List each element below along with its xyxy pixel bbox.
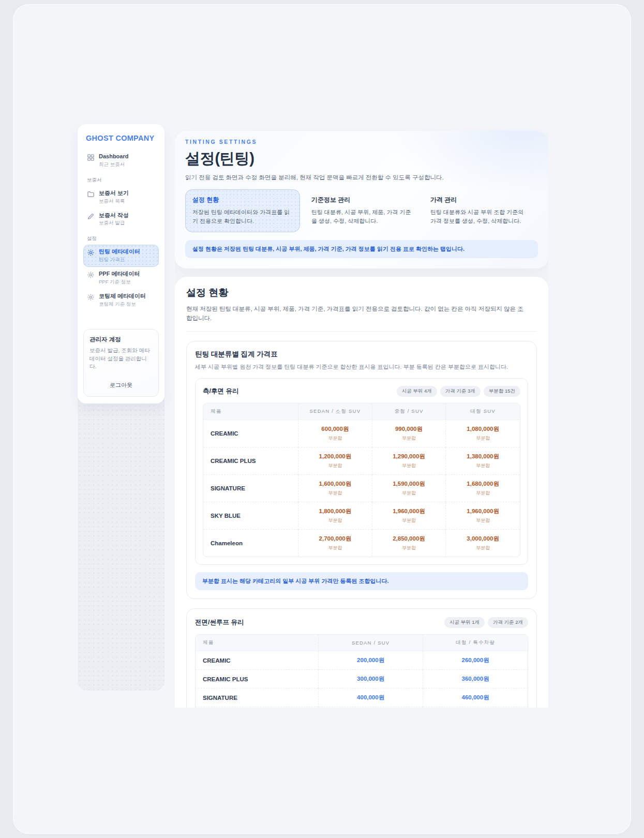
price-cell: 990,000원부분합 bbox=[372, 420, 446, 447]
count-badge: 시공 부위 1개 bbox=[444, 617, 485, 628]
nav-item-text: PPF 메타데이터PPF 기준 정보 bbox=[99, 271, 140, 286]
sidebar-item-coating-metadata[interactable]: 코팅제 메타데이터코팅제 기준 정보 bbox=[83, 289, 159, 311]
price-cell: 260,000원 bbox=[423, 651, 528, 670]
table-row: CREAMIC200,000원260,000원 bbox=[196, 651, 528, 670]
admin-account-box: 관리자 계정 보증서 발급, 조회와 메타데이터 설정을 관리합니다. 로그아웃 bbox=[83, 329, 159, 397]
price-value: 1,080,000원 bbox=[450, 425, 516, 433]
price-cell: 600,000원부분합 bbox=[298, 420, 372, 447]
tab-title: 설정 현황 bbox=[192, 196, 293, 204]
table-row: SKY BLUE1,800,000원부분합1,960,000원부분합1,960,… bbox=[203, 502, 520, 530]
page-subtitle: 읽기 전용 검토 화면과 수정 화면을 분리해, 현재 작업 문맥을 빠르게 전… bbox=[185, 174, 538, 182]
price-cell: 460,000원 bbox=[423, 689, 528, 707]
price-cell: 360,000원 bbox=[423, 670, 528, 689]
price-value: 300,000원 bbox=[323, 675, 418, 683]
count-badge: 가격 기준 3개 bbox=[440, 386, 481, 397]
table-badges: 시공 부위 1개가격 기준 2개 bbox=[444, 617, 528, 628]
table-card-header: 측/후면 유리시공 부위 4개가격 기준 3개부분합 15건 bbox=[203, 386, 520, 397]
page-eyebrow: TINTING SETTINGS bbox=[185, 139, 538, 145]
nav-item-text: 보증서 작성보증서 발급 bbox=[99, 212, 129, 227]
price-value: 600,000원 bbox=[303, 425, 368, 433]
table-row: SIGNATURE1,600,000원부분합1,590,000원부분합1,680… bbox=[203, 475, 520, 502]
product-name-cell: Chameleon bbox=[203, 530, 298, 557]
sidebar-item-dashboard[interactable]: Dashboard최근 보증서 bbox=[83, 149, 159, 172]
count-badge: 시공 부위 4개 bbox=[397, 386, 437, 397]
header-info-banner: 설정 현황은 저장된 틴팅 대분류, 시공 부위, 제품, 가격 기준, 가격 … bbox=[185, 240, 538, 258]
tab-description: 저장된 틴팅 메타데이터와 가격표를 읽기 전용으로 확인합니다. bbox=[192, 208, 293, 226]
table-badges: 시공 부위 4개가격 기준 3개부분합 15건 bbox=[397, 386, 520, 397]
product-name-cell: CREAMIC bbox=[203, 420, 298, 447]
partial-sum-tag: 부분합 bbox=[377, 517, 442, 524]
partial-sum-tag: 부분합 bbox=[450, 490, 516, 497]
price-cell: 1,800,000원부분합 bbox=[298, 502, 372, 530]
partial-sum-tag: 부분합 bbox=[450, 462, 516, 469]
price-value: 990,000원 bbox=[377, 425, 442, 433]
table-row: SKY BLUE500,000원560,000원 bbox=[196, 707, 528, 708]
admin-box-title: 관리자 계정 bbox=[89, 336, 153, 343]
partial-sum-tag: 부분합 bbox=[303, 545, 368, 551]
overview-section-card: 설정 현황 현재 저장된 틴팅 대분류, 시공 부위, 제품, 가격 기준, 가… bbox=[175, 277, 548, 708]
aggregate-panel-description: 세부 시공 부위별 원천 가격 정보를 틴팅 대분류 기준으로 합산한 표시용 … bbox=[195, 363, 528, 371]
admin-box-description: 보증서 발급, 조회와 메타데이터 설정을 관리합니다. bbox=[89, 347, 153, 371]
aggregate-table-slot: 측/후면 유리시공 부위 4개가격 기준 3개부분합 15건제품SEDAN / … bbox=[195, 378, 528, 565]
table-row: SIGNATURE400,000원460,000원 bbox=[196, 689, 528, 707]
aggregate-price-panel: 틴팅 대분류별 집계 가격표 세부 시공 부위별 원천 가격 정보를 틴팅 대분… bbox=[186, 341, 537, 600]
tab-description: 틴팅 대분류, 시공 부위, 제품, 가격 기준을 생성, 수정, 삭제합니다. bbox=[311, 208, 412, 226]
product-name-cell: CREAMIC PLUS bbox=[203, 447, 298, 475]
tab-price[interactable]: 가격 관리틴팅 대분류와 시공 부위 조합 기준의 가격 정보를 생성, 수정,… bbox=[423, 189, 538, 232]
main-content: TINTING SETTINGS 설정(틴팅) 읽기 전용 검토 화면과 수정 … bbox=[175, 124, 548, 708]
nav-group-label: 설정 bbox=[83, 230, 159, 245]
nav-item-title: 코팅제 메타데이터 bbox=[99, 293, 146, 300]
price-cell: 300,000원 bbox=[319, 670, 423, 689]
price-value: 1,200,000원 bbox=[303, 453, 368, 460]
gear-icon bbox=[87, 293, 95, 301]
grid-icon bbox=[87, 154, 95, 161]
column-header: SEDAN / SUV bbox=[319, 635, 423, 651]
nav-item-subtitle: 틴팅 가격표 bbox=[99, 257, 140, 263]
table-title: 전면/썬루프 유리 bbox=[195, 618, 244, 627]
nav-item-title: 틴팅 메타데이터 bbox=[99, 248, 140, 256]
price-value: 2,850,000원 bbox=[377, 535, 442, 543]
app-container: GHOST COMPANY Dashboard최근 보증서보증서보증서 보기보증… bbox=[78, 124, 548, 708]
price-cell: 560,000원 bbox=[423, 707, 528, 708]
price-cell: 1,200,000원부분합 bbox=[298, 447, 372, 475]
price-cell: 200,000원 bbox=[319, 651, 423, 670]
sidebar-item-tinting-metadata[interactable]: 틴팅 메타데이터틴팅 가격표 bbox=[83, 245, 159, 267]
sidebar-item-ppf-metadata[interactable]: PPF 메타데이터PPF 기준 정보 bbox=[83, 267, 159, 289]
price-cell: 1,590,000원부분합 bbox=[372, 475, 446, 502]
table-card: 전면/썬루프 유리시공 부위 1개가격 기준 2개제품SEDAN / SUV대형… bbox=[186, 608, 537, 708]
partial-sum-tag: 부분합 bbox=[377, 435, 442, 442]
column-header: 중형 / SUV bbox=[372, 403, 446, 420]
price-value: 200,000원 bbox=[323, 656, 418, 664]
price-cell: 2,700,000원부분합 bbox=[298, 530, 372, 557]
price-cell: 1,380,000원부분합 bbox=[446, 447, 520, 475]
sidebar-item-warranty-view[interactable]: 보증서 보기보증서 목록 bbox=[83, 186, 159, 208]
partial-sum-tag: 부분합 bbox=[303, 490, 368, 497]
product-name-cell: CREAMIC bbox=[196, 651, 319, 670]
column-header: SEDAN / 소형 SUV bbox=[298, 403, 372, 420]
nav-item-title: 보증서 보기 bbox=[99, 190, 129, 197]
product-name-cell: SIGNATURE bbox=[196, 689, 319, 707]
nav-item-subtitle: 보증서 발급 bbox=[99, 220, 129, 227]
partial-sum-tag: 부분합 bbox=[377, 462, 442, 469]
tab-master-data[interactable]: 기준정보 관리틴팅 대분류, 시공 부위, 제품, 가격 기준을 생성, 수정,… bbox=[304, 189, 419, 232]
nav-item-title: 보증서 작성 bbox=[99, 212, 129, 219]
gear-icon bbox=[87, 249, 95, 257]
price-value: 1,290,000원 bbox=[377, 453, 442, 460]
overview-description: 현재 저장된 틴팅 대분류, 시공 부위, 제품, 가격 기준, 가격표를 읽기… bbox=[186, 304, 528, 323]
price-value: 2,700,000원 bbox=[303, 535, 368, 543]
nav-item-title: Dashboard bbox=[99, 153, 128, 160]
count-badge: 부분합 15건 bbox=[484, 386, 520, 397]
count-badge: 가격 기준 2개 bbox=[488, 617, 528, 628]
price-cell: 3,000,000원부분합 bbox=[446, 530, 520, 557]
extra-tables-slot: 전면/썬루프 유리시공 부위 1개가격 기준 2개제품SEDAN / SUV대형… bbox=[186, 608, 537, 708]
logout-button[interactable]: 로그아웃 bbox=[89, 378, 153, 390]
price-value: 3,000,000원 bbox=[450, 535, 516, 543]
sidebar-item-warranty-create[interactable]: 보증서 작성보증서 발급 bbox=[83, 208, 159, 231]
table-row: CREAMIC PLUS300,000원360,000원 bbox=[196, 670, 528, 689]
page-title: 설정(틴팅) bbox=[185, 148, 538, 169]
nav-group-label: 보증서 bbox=[83, 172, 159, 186]
tab-overview[interactable]: 설정 현황저장된 틴팅 메타데이터와 가격표를 읽기 전용으로 확인합니다. bbox=[185, 189, 300, 232]
price-cell: 1,960,000원부분합 bbox=[372, 502, 446, 530]
nav-item-subtitle: 최근 보증서 bbox=[99, 161, 128, 168]
partial-sum-tag: 부분합 bbox=[303, 435, 368, 442]
